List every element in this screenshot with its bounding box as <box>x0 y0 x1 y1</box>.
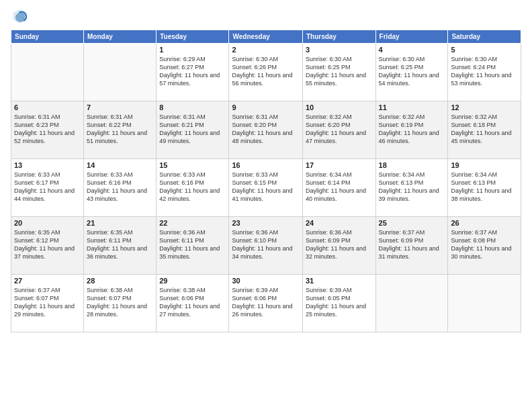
weekday-header: Sunday <box>11 30 84 44</box>
day-info: Sunrise: 6:30 AMSunset: 6:25 PMDaylight:… <box>379 55 445 88</box>
day-number: 15 <box>159 161 226 169</box>
logo <box>11 7 32 26</box>
calendar-table: SundayMondayTuesdayWednesdayThursdayFrid… <box>11 30 521 332</box>
day-number: 7 <box>87 103 153 111</box>
weekday-header: Friday <box>375 30 448 44</box>
day-info: Sunrise: 6:38 AMSunset: 6:06 PMDaylight:… <box>159 286 226 319</box>
day-number: 17 <box>306 161 373 169</box>
day-number: 23 <box>232 219 299 227</box>
calendar-week-row: 13Sunrise: 6:33 AMSunset: 6:17 PMDayligh… <box>11 159 521 217</box>
day-info: Sunrise: 6:37 AMSunset: 6:07 PMDaylight:… <box>14 286 81 319</box>
calendar-cell: 3Sunrise: 6:30 AMSunset: 6:25 PMDaylight… <box>302 44 375 101</box>
day-number: 27 <box>14 277 81 285</box>
day-number: 21 <box>87 219 153 227</box>
day-number: 22 <box>159 219 226 227</box>
calendar-cell: 26Sunrise: 6:37 AMSunset: 6:08 PMDayligh… <box>448 217 521 275</box>
day-info: Sunrise: 6:33 AMSunset: 6:17 PMDaylight:… <box>14 171 81 203</box>
day-number: 5 <box>451 46 518 54</box>
day-info: Sunrise: 6:36 AMSunset: 6:10 PMDaylight:… <box>232 228 299 261</box>
day-info: Sunrise: 6:33 AMSunset: 6:16 PMDaylight:… <box>159 171 226 203</box>
day-info: Sunrise: 6:35 AMSunset: 6:11 PMDaylight:… <box>87 228 153 261</box>
day-number: 4 <box>379 46 445 54</box>
day-number: 8 <box>159 103 226 111</box>
day-number: 25 <box>379 219 445 227</box>
calendar-cell: 21Sunrise: 6:35 AMSunset: 6:11 PMDayligh… <box>84 217 157 275</box>
calendar-cell <box>84 44 157 101</box>
day-info: Sunrise: 6:39 AMSunset: 6:05 PMDaylight:… <box>306 286 373 319</box>
calendar-week-row: 27Sunrise: 6:37 AMSunset: 6:07 PMDayligh… <box>11 275 521 332</box>
day-info: Sunrise: 6:34 AMSunset: 6:13 PMDaylight:… <box>451 171 518 203</box>
calendar-cell: 17Sunrise: 6:34 AMSunset: 6:14 PMDayligh… <box>302 159 375 217</box>
calendar-header-row: SundayMondayTuesdayWednesdayThursdayFrid… <box>11 30 521 44</box>
calendar-cell <box>375 275 448 332</box>
day-number: 14 <box>87 161 153 169</box>
day-number: 11 <box>379 103 445 111</box>
day-number: 18 <box>379 161 445 169</box>
day-number: 3 <box>306 46 373 54</box>
day-info: Sunrise: 6:32 AMSunset: 6:18 PMDaylight:… <box>451 113 518 146</box>
day-info: Sunrise: 6:30 AMSunset: 6:24 PMDaylight:… <box>451 55 518 88</box>
day-info: Sunrise: 6:36 AMSunset: 6:09 PMDaylight:… <box>306 228 373 261</box>
calendar-cell: 19Sunrise: 6:34 AMSunset: 6:13 PMDayligh… <box>448 159 521 217</box>
calendar-cell: 2Sunrise: 6:30 AMSunset: 6:26 PMDaylight… <box>229 44 302 101</box>
day-number: 20 <box>14 219 81 227</box>
day-number: 19 <box>451 161 518 169</box>
calendar-cell: 20Sunrise: 6:35 AMSunset: 6:12 PMDayligh… <box>11 217 84 275</box>
day-info: Sunrise: 6:30 AMSunset: 6:25 PMDaylight:… <box>306 55 373 88</box>
day-info: Sunrise: 6:39 AMSunset: 6:06 PMDaylight:… <box>232 286 299 319</box>
weekday-header: Monday <box>84 30 157 44</box>
calendar-cell: 27Sunrise: 6:37 AMSunset: 6:07 PMDayligh… <box>11 275 84 332</box>
day-info: Sunrise: 6:34 AMSunset: 6:13 PMDaylight:… <box>379 171 445 203</box>
calendar-cell: 8Sunrise: 6:31 AMSunset: 6:21 PMDaylight… <box>157 101 229 159</box>
calendar-week-row: 20Sunrise: 6:35 AMSunset: 6:12 PMDayligh… <box>11 217 521 275</box>
calendar-cell: 15Sunrise: 6:33 AMSunset: 6:16 PMDayligh… <box>157 159 229 217</box>
calendar-cell: 11Sunrise: 6:32 AMSunset: 6:19 PMDayligh… <box>375 101 448 159</box>
day-number: 24 <box>306 219 373 227</box>
day-info: Sunrise: 6:33 AMSunset: 6:15 PMDaylight:… <box>232 171 299 203</box>
day-number: 29 <box>159 277 226 285</box>
calendar-cell: 28Sunrise: 6:38 AMSunset: 6:07 PMDayligh… <box>84 275 157 332</box>
calendar-week-row: 1Sunrise: 6:29 AMSunset: 6:27 PMDaylight… <box>11 44 521 101</box>
calendar-cell: 23Sunrise: 6:36 AMSunset: 6:10 PMDayligh… <box>229 217 302 275</box>
day-info: Sunrise: 6:32 AMSunset: 6:19 PMDaylight:… <box>379 113 445 146</box>
day-info: Sunrise: 6:36 AMSunset: 6:11 PMDaylight:… <box>159 228 226 261</box>
calendar-cell: 9Sunrise: 6:31 AMSunset: 6:20 PMDaylight… <box>229 101 302 159</box>
day-info: Sunrise: 6:30 AMSunset: 6:26 PMDaylight:… <box>232 55 299 88</box>
day-info: Sunrise: 6:37 AMSunset: 6:09 PMDaylight:… <box>379 228 445 261</box>
calendar-cell: 30Sunrise: 6:39 AMSunset: 6:06 PMDayligh… <box>229 275 302 332</box>
calendar-cell: 13Sunrise: 6:33 AMSunset: 6:17 PMDayligh… <box>11 159 84 217</box>
weekday-header: Thursday <box>302 30 375 44</box>
day-number: 16 <box>232 161 299 169</box>
header <box>11 7 521 26</box>
calendar-cell: 7Sunrise: 6:31 AMSunset: 6:22 PMDaylight… <box>84 101 157 159</box>
calendar-cell: 22Sunrise: 6:36 AMSunset: 6:11 PMDayligh… <box>157 217 229 275</box>
day-number: 9 <box>232 103 299 111</box>
day-info: Sunrise: 6:31 AMSunset: 6:20 PMDaylight:… <box>232 113 299 146</box>
calendar-cell: 31Sunrise: 6:39 AMSunset: 6:05 PMDayligh… <box>302 275 375 332</box>
day-info: Sunrise: 6:31 AMSunset: 6:21 PMDaylight:… <box>159 113 226 146</box>
day-info: Sunrise: 6:34 AMSunset: 6:14 PMDaylight:… <box>306 171 373 203</box>
calendar-cell: 14Sunrise: 6:33 AMSunset: 6:16 PMDayligh… <box>84 159 157 217</box>
day-info: Sunrise: 6:29 AMSunset: 6:27 PMDaylight:… <box>159 55 226 88</box>
calendar-cell: 16Sunrise: 6:33 AMSunset: 6:15 PMDayligh… <box>229 159 302 217</box>
calendar-cell: 12Sunrise: 6:32 AMSunset: 6:18 PMDayligh… <box>448 101 521 159</box>
day-info: Sunrise: 6:37 AMSunset: 6:08 PMDaylight:… <box>451 228 518 261</box>
calendar-cell <box>448 275 521 332</box>
day-number: 30 <box>232 277 299 285</box>
day-number: 2 <box>232 46 299 54</box>
weekday-header: Tuesday <box>157 30 229 44</box>
calendar-cell: 29Sunrise: 6:38 AMSunset: 6:06 PMDayligh… <box>157 275 229 332</box>
day-info: Sunrise: 6:32 AMSunset: 6:20 PMDaylight:… <box>306 113 373 146</box>
page: SundayMondayTuesdayWednesdayThursdayFrid… <box>0 0 532 411</box>
day-info: Sunrise: 6:31 AMSunset: 6:22 PMDaylight:… <box>87 113 153 146</box>
day-number: 1 <box>159 46 226 54</box>
calendar-week-row: 6Sunrise: 6:31 AMSunset: 6:23 PMDaylight… <box>11 101 521 159</box>
day-number: 12 <box>451 103 518 111</box>
day-info: Sunrise: 6:33 AMSunset: 6:16 PMDaylight:… <box>87 171 153 203</box>
day-number: 13 <box>14 161 81 169</box>
calendar-cell: 10Sunrise: 6:32 AMSunset: 6:20 PMDayligh… <box>302 101 375 159</box>
day-info: Sunrise: 6:38 AMSunset: 6:07 PMDaylight:… <box>87 286 153 319</box>
day-number: 10 <box>306 103 373 111</box>
calendar-cell: 24Sunrise: 6:36 AMSunset: 6:09 PMDayligh… <box>302 217 375 275</box>
day-number: 6 <box>14 103 81 111</box>
